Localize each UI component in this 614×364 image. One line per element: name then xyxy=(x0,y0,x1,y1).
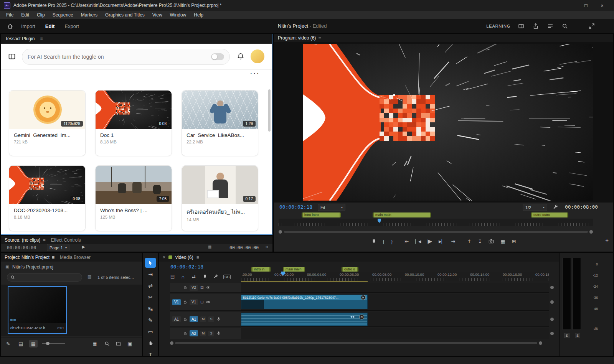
play-button[interactable]: ▶ xyxy=(428,238,432,245)
timeline-ruler[interactable]: :00:00 00:00:02:00 00:00:04:00 00:00:06:… xyxy=(241,272,549,281)
learning-button[interactable]: LEARNING xyxy=(486,24,510,28)
track-scroll-dot[interactable] xyxy=(550,300,554,304)
selected-clip-item[interactable]: ▦▦ 8b12f110-0a4e-4e7c-b... 8:01 xyxy=(8,286,67,334)
lift-button[interactable]: ↥ xyxy=(467,239,471,244)
mic-icon[interactable] xyxy=(216,331,221,336)
sync-lock-icon[interactable]: ⊡ xyxy=(200,300,203,304)
sequence-marker-outro[interactable]: outro outro xyxy=(531,212,568,217)
linked-selection-icon[interactable]: ⇄ xyxy=(192,274,196,279)
scroll-handle-right[interactable] xyxy=(589,230,593,234)
project-breadcrumb[interactable]: Nitin's Project.prproj xyxy=(12,264,53,270)
tab-sequence-video6[interactable]: video (6) xyxy=(175,255,193,260)
media-card-5[interactable]: 7:05 Who's the Boss? | ... 125 MB xyxy=(95,165,172,231)
track-header-a2[interactable]: A2 M S xyxy=(170,328,241,339)
track-lane-a1[interactable]: ◀◀ fx xyxy=(241,312,549,327)
video-clip[interactable]: 8b12f110-0a4e-4e7c-ba04-098f9a5a919b_108… xyxy=(241,295,368,309)
track-output-eye-icon[interactable] xyxy=(206,300,211,305)
track-target-v1[interactable]: V1 xyxy=(190,299,198,305)
panel-menu-icon[interactable]: ≡ xyxy=(318,35,321,41)
tab-import[interactable]: Import xyxy=(21,23,35,29)
track-target-a2[interactable]: A2 xyxy=(190,330,198,336)
fx-badge[interactable]: fx xyxy=(359,315,364,320)
mark-out-button[interactable]: } xyxy=(391,239,393,244)
pen-tool[interactable]: ✎ xyxy=(145,315,156,325)
audio-clip[interactable]: ◀◀ fx xyxy=(241,313,368,326)
panel-menu-icon[interactable]: ≡ xyxy=(40,36,43,41)
tab-source-monitor[interactable]: Source: (no clips)≡ xyxy=(5,237,45,243)
lock-icon[interactable] xyxy=(183,317,187,321)
media-card-3[interactable]: 1:29 Car_Service_LikeABos... 22.2 MB xyxy=(182,90,258,156)
new-item-icon[interactable]: ▣ xyxy=(127,341,132,347)
menu-file[interactable]: File xyxy=(2,12,17,18)
add-marker-icon[interactable] xyxy=(203,274,207,279)
export-frame-button[interactable] xyxy=(489,239,494,244)
fullscreen-icon[interactable] xyxy=(589,23,595,29)
panel-menu-icon[interactable]: ≡ xyxy=(52,255,54,260)
fx-badge[interactable]: fx xyxy=(361,295,366,300)
track-lane-v1[interactable]: 8b12f110-0a4e-4e7c-ba04-098f9a5a919b_108… xyxy=(241,294,549,311)
new-bin-icon[interactable] xyxy=(116,341,121,346)
bell-icon[interactable] xyxy=(237,53,244,60)
list-view-icon[interactable]: ▤ xyxy=(18,341,23,347)
goto-out-icon[interactable]: ⇥ xyxy=(265,245,268,249)
ai-search-input[interactable] xyxy=(28,54,211,60)
lock-icon[interactable] xyxy=(183,331,187,336)
program-timecode[interactable]: 00:00:02:18 xyxy=(279,204,312,210)
type-tool[interactable]: T xyxy=(145,350,156,356)
track-scroll-dot[interactable] xyxy=(550,332,554,335)
zoom-level-select[interactable]: Fit▾ xyxy=(318,204,345,211)
track-scroll-dot[interactable] xyxy=(550,318,554,321)
zoom-slider[interactable] xyxy=(42,343,65,344)
step-back-button[interactable]: ▏◀ xyxy=(415,239,421,244)
captions-icon[interactable]: CC xyxy=(223,275,231,279)
avatar[interactable] xyxy=(251,49,264,63)
solo-button[interactable]: S xyxy=(208,331,214,336)
timeline-zoom-handle-right[interactable] xyxy=(539,341,542,345)
media-card-2[interactable]: 0:08 Doc 1 8.18 MB xyxy=(95,90,172,156)
workspaces-icon[interactable] xyxy=(518,23,524,29)
snap-icon[interactable]: ∩ xyxy=(181,274,185,280)
mic-icon[interactable] xyxy=(216,317,221,321)
maximize-button[interactable]: □ xyxy=(578,0,594,11)
scroll-handle-left[interactable] xyxy=(279,230,282,234)
panel-stack-icon[interactable] xyxy=(547,23,553,29)
plugin-scrollbar[interactable] xyxy=(268,89,271,132)
timeline-timecode[interactable]: 00:00:02:18 xyxy=(170,264,203,270)
source-patch-a1[interactable]: A1 xyxy=(172,316,181,322)
go-to-out-button[interactable]: ⇥ xyxy=(451,239,456,244)
slip-tool[interactable]: ↹ xyxy=(145,304,156,314)
button-editor-plus[interactable]: + xyxy=(605,237,609,244)
sidebar-toggle-icon[interactable] xyxy=(8,53,16,60)
play-page-icon[interactable]: ▶ xyxy=(82,245,85,249)
mark-in-button[interactable]: { xyxy=(383,239,385,244)
step-forward-button[interactable]: ▶▏ xyxy=(439,239,444,244)
sequence-marker-intro[interactable]: intro intro xyxy=(302,212,341,217)
audio-keyframes-icon[interactable]: ◀◀ xyxy=(350,315,354,318)
menu-view[interactable]: View xyxy=(149,12,166,18)
multicam-button[interactable]: ⊞ xyxy=(512,239,516,244)
selection-tool[interactable] xyxy=(145,258,156,268)
track-scroll-dot[interactable] xyxy=(550,286,554,289)
page-select[interactable]: Page 1▾ xyxy=(47,244,69,251)
panel-menu-icon[interactable]: ≡ xyxy=(196,255,199,260)
media-card-6[interactable]: 0:17 ครีเอเตอร์คนเดียว_ ไม่พ... 14 MB xyxy=(182,165,258,231)
pencil-icon[interactable]: ✎ xyxy=(6,341,10,347)
mute-button[interactable]: M xyxy=(200,331,206,336)
fit-box-icon[interactable]: ▦ xyxy=(208,245,211,249)
menu-markers[interactable]: Markers xyxy=(77,12,101,18)
menu-sequence[interactable]: Sequence xyxy=(49,12,77,18)
track-header-a1[interactable]: A1 A1 M S xyxy=(170,312,241,327)
track-header-v2[interactable]: V2 ⊡ xyxy=(170,283,241,293)
sequence-marker-main[interactable]: main main xyxy=(373,212,431,217)
ai-search-bar[interactable] xyxy=(22,49,230,65)
menu-help[interactable]: Help xyxy=(190,12,207,18)
timeline-zoom-handle-left[interactable] xyxy=(170,341,173,345)
home-icon[interactable] xyxy=(7,23,13,30)
icon-view-icon[interactable]: ▦ xyxy=(29,340,38,348)
panel-menu-icon[interactable]: ≡ xyxy=(43,237,45,243)
timeline-settings-wrench-icon[interactable] xyxy=(213,274,218,279)
tab-export[interactable]: Export xyxy=(64,23,79,29)
program-scrollbar[interactable] xyxy=(284,231,588,233)
mute-button[interactable]: M xyxy=(200,316,206,322)
nest-sequence-icon[interactable]: ▤ xyxy=(170,274,175,279)
